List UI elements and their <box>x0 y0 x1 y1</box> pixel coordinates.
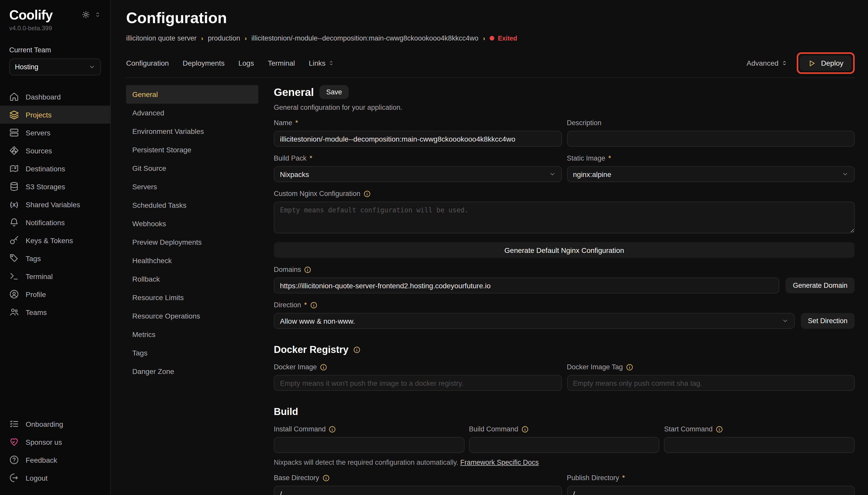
info-icon[interactable] <box>322 474 330 481</box>
framework-docs-link[interactable]: Framework Specific Docs <box>460 459 538 466</box>
sidebar-item-onboarding[interactable]: Onboarding <box>0 415 110 433</box>
tag-icon <box>9 253 19 263</box>
subnav-item-preview-deployments[interactable]: Preview Deployments <box>126 233 259 251</box>
start-command-input[interactable] <box>664 437 855 453</box>
subnav-item-general[interactable]: General <box>126 85 259 104</box>
direction-select[interactable]: Allow www & non-www. <box>274 313 794 329</box>
sidebar-item-projects[interactable]: Projects <box>0 106 110 124</box>
deploy-highlight-box: Deploy <box>797 52 855 74</box>
sidebar-item-servers[interactable]: Servers <box>0 124 110 141</box>
sidebar-item-label: Sponsor us <box>25 438 62 446</box>
checklist-icon <box>9 419 19 429</box>
required-mark: * <box>310 154 313 162</box>
info-icon[interactable] <box>310 301 317 309</box>
sidebar-item-sponsor-us[interactable]: Sponsor us <box>0 433 110 451</box>
theme-sun-icon[interactable] <box>82 11 90 18</box>
server-icon <box>9 128 19 137</box>
info-icon[interactable] <box>304 266 312 273</box>
install-command-input[interactable] <box>274 437 464 453</box>
sidebar-item-logout[interactable]: Logout <box>0 469 110 487</box>
app-logo: Coolify <box>9 7 53 23</box>
subnav-item-resource-limits[interactable]: Resource Limits <box>126 288 259 307</box>
build-command-input[interactable] <box>469 437 659 453</box>
base-directory-input[interactable] <box>274 486 562 495</box>
subnav-item-scheduled-tasks[interactable]: Scheduled Tasks <box>126 196 259 215</box>
subnav-item-environment-variables[interactable]: Environment Variables <box>126 122 259 140</box>
info-icon[interactable] <box>353 346 360 354</box>
sidebar-item-profile[interactable]: Profile <box>0 285 110 303</box>
name-input[interactable] <box>274 131 562 147</box>
sidebar-item-shared-variables[interactable]: (x) Shared Variables <box>0 195 110 214</box>
breadcrumb-project[interactable]: illicitonion quote server <box>126 34 197 42</box>
generate-nginx-button[interactable]: Generate Default Nginx Configuration <box>274 242 855 258</box>
build-pack-value: Nixpacks <box>280 170 309 178</box>
tab-links[interactable]: Links <box>309 59 334 67</box>
advanced-dropdown[interactable]: Advanced <box>746 59 788 67</box>
base-directory-label: Base Directory <box>274 474 562 482</box>
subnav-item-tags[interactable]: Tags <box>126 344 259 362</box>
info-icon[interactable] <box>626 363 633 371</box>
tab-deployments[interactable]: Deployments <box>183 59 225 67</box>
info-icon[interactable] <box>521 426 528 433</box>
info-icon[interactable] <box>364 190 371 197</box>
subnav-item-resource-operations[interactable]: Resource Operations <box>126 307 259 325</box>
tab-terminal[interactable]: Terminal <box>268 59 295 67</box>
sidebar-item-label: Notifications <box>25 218 65 226</box>
section-title-build: Build <box>274 406 855 417</box>
heart-icon <box>9 437 19 447</box>
status-label: Exited <box>498 35 517 42</box>
breadcrumb-separator: › <box>201 35 203 42</box>
breadcrumb-separator: › <box>245 35 247 42</box>
sidebar-item-teams[interactable]: Teams <box>0 303 110 321</box>
docker-image-input[interactable] <box>274 375 562 391</box>
set-direction-button[interactable]: Set Direction <box>801 313 855 329</box>
sidebar-item-terminal[interactable]: Terminal <box>0 267 110 285</box>
sidebar-item-destinations[interactable]: Destinations <box>0 159 110 177</box>
sidebar-item-dashboard[interactable]: Dashboard <box>0 88 110 106</box>
build-pack-select[interactable]: Nixpacks <box>274 166 562 182</box>
generate-domain-button[interactable]: Generate Domain <box>786 277 855 293</box>
breadcrumb-resource[interactable]: illicitestonion/-module--decomposition:m… <box>251 34 478 42</box>
subnav-item-metrics[interactable]: Metrics <box>126 325 259 344</box>
build-command-label: Build Command <box>469 425 659 433</box>
save-button[interactable]: Save <box>319 85 349 99</box>
subnav-item-git-source[interactable]: Git Source <box>126 159 259 177</box>
build-pack-label: Build Pack* <box>274 154 562 162</box>
static-image-select[interactable]: nginx:alpine <box>567 166 855 182</box>
description-input[interactable] <box>567 131 855 147</box>
sidebar-item-label: Dashboard <box>25 92 61 101</box>
info-icon[interactable] <box>320 363 327 371</box>
subnav-item-advanced[interactable]: Advanced <box>126 104 259 122</box>
tab-logs[interactable]: Logs <box>238 59 254 67</box>
docker-image-tag-input[interactable] <box>567 375 855 391</box>
subnav-item-servers[interactable]: Servers <box>126 177 259 196</box>
deploy-button[interactable]: Deploy <box>800 55 852 71</box>
publish-directory-input[interactable] <box>567 486 855 495</box>
subnav-item-healthcheck[interactable]: Healthcheck <box>126 251 259 270</box>
custom-nginx-textarea[interactable] <box>274 202 855 234</box>
main-area: Configuration illicitonion quote server … <box>111 0 868 495</box>
subnav-item-persistent-storage[interactable]: Persistent Storage <box>126 140 259 159</box>
sidebar-footer-nav: Onboarding Sponsor us Feedback Logout <box>0 415 110 487</box>
docker-image-label: Docker Image <box>274 363 562 371</box>
subnav-item-danger-zone[interactable]: Danger Zone <box>126 362 259 381</box>
bell-icon <box>9 218 19 227</box>
domains-input[interactable] <box>274 277 780 293</box>
subnav-item-webhooks[interactable]: Webhooks <box>126 215 259 233</box>
tab-configuration[interactable]: Configuration <box>126 59 169 67</box>
theme-chevrons-updown-icon[interactable] <box>94 11 101 18</box>
info-icon[interactable] <box>329 426 336 433</box>
sidebar-item-feedback[interactable]: Feedback <box>0 451 110 469</box>
sidebar-item-s3-storages[interactable]: S3 Storages <box>0 177 110 195</box>
breadcrumb-environment[interactable]: production <box>208 34 240 42</box>
team-select[interactable]: Hosting <box>9 58 101 75</box>
domains-label: Domains <box>274 266 855 273</box>
info-icon[interactable] <box>716 426 723 433</box>
sidebar-item-notifications[interactable]: Notifications <box>0 214 110 231</box>
layers-icon <box>9 110 19 120</box>
sidebar-item-keys-tokens[interactable]: Keys & Tokens <box>0 231 110 249</box>
sidebar-item-sources[interactable]: Sources <box>0 141 110 159</box>
sidebar-item-tags[interactable]: Tags <box>0 249 110 267</box>
subnav-item-rollback[interactable]: Rollback <box>126 270 259 288</box>
git-source-icon <box>9 146 19 155</box>
